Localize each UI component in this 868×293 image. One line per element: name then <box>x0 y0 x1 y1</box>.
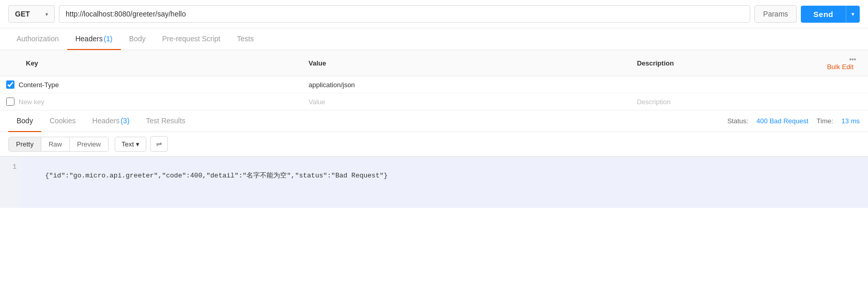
header-key-value[interactable]: Content-Type <box>19 81 59 89</box>
headers-section: Key Value Description ••• Bulk Edit Cont… <box>0 50 868 110</box>
col-header-actions: ••• Bulk Edit <box>821 50 868 76</box>
response-code-content: {"id":"go.micro.api.greeter","code":400,… <box>21 157 868 208</box>
text-format-label: Text <box>121 140 134 148</box>
header-row-key-cell: Content-Type <box>6 80 296 89</box>
text-format-chevron-icon: ▾ <box>136 140 140 148</box>
wrap-button[interactable]: ⇌ <box>150 136 168 152</box>
params-button[interactable]: Params <box>754 5 797 23</box>
header-desc-cell <box>631 76 821 93</box>
time-value: 13 ms <box>842 117 860 125</box>
text-format-dropdown[interactable]: Text ▾ <box>115 137 146 152</box>
format-preview-button[interactable]: Preview <box>70 137 108 151</box>
request-tabs: Authorization Headers(1) Body Pre-reques… <box>0 28 868 50</box>
status-label: Status: <box>727 117 748 125</box>
tab-authorization[interactable]: Authorization <box>8 28 67 50</box>
send-button[interactable]: Send <box>801 6 846 23</box>
response-toolbar: Pretty Raw Preview Text ▾ ⇌ <box>0 132 868 156</box>
method-selector[interactable]: GET ▾ <box>8 5 55 23</box>
tab-body[interactable]: Body <box>121 28 154 50</box>
header-checkbox[interactable] <box>6 80 14 89</box>
send-btn-wrapper: Send ▾ <box>801 6 860 23</box>
tab-response-headers[interactable]: Headers(3) <box>84 110 138 132</box>
header-value-cell: application/json <box>302 76 630 93</box>
send-dropdown-button[interactable]: ▾ <box>846 6 860 23</box>
tab-tests[interactable]: Tests <box>229 28 262 50</box>
tab-pre-request-script[interactable]: Pre-request Script <box>154 28 229 50</box>
status-value: 400 Bad Request <box>756 117 808 125</box>
line-numbers: 1 <box>0 157 21 208</box>
line-number-1: 1 <box>4 163 17 171</box>
new-key-placeholder[interactable]: New key <box>19 98 44 106</box>
format-button-group: Pretty Raw Preview <box>8 137 109 152</box>
url-bar: GET ▾ Params Send ▾ <box>0 0 868 28</box>
method-chevron-icon: ▾ <box>45 11 48 17</box>
format-raw-button[interactable]: Raw <box>41 137 70 151</box>
tab-test-results[interactable]: Test Results <box>138 110 194 132</box>
format-pretty-button[interactable]: Pretty <box>9 137 41 151</box>
col-header-key: Key <box>0 50 302 76</box>
url-input[interactable] <box>59 5 750 23</box>
tab-response-body[interactable]: Body <box>8 110 41 132</box>
table-row: Content-Type application/json <box>0 76 868 93</box>
more-icon[interactable]: ••• <box>849 55 857 63</box>
new-desc-placeholder[interactable]: Description <box>637 98 671 106</box>
new-value-placeholder[interactable]: Value <box>308 98 325 106</box>
col-header-value: Value <box>302 50 630 76</box>
headers-table: Key Value Description ••• Bulk Edit Cont… <box>0 50 868 110</box>
response-body-text: {"id":"go.micro.api.greeter","code":400,… <box>45 172 388 180</box>
col-header-description: Description <box>631 50 821 76</box>
response-code-area: 1 {"id":"go.micro.api.greeter","code":40… <box>0 156 868 208</box>
bulk-edit-button[interactable]: Bulk Edit <box>827 63 862 71</box>
method-text: GET <box>15 10 30 18</box>
table-row-new: New key Value Description <box>0 93 868 110</box>
new-header-checkbox[interactable] <box>6 97 14 106</box>
response-tabs: Body Cookies Headers(3) Test Results Sta… <box>0 110 868 132</box>
tab-cookies[interactable]: Cookies <box>41 110 84 132</box>
tab-headers[interactable]: Headers(1) <box>67 28 121 50</box>
response-status: Status: 400 Bad Request Time: 13 ms <box>727 117 860 125</box>
time-label: Time: <box>817 117 833 125</box>
